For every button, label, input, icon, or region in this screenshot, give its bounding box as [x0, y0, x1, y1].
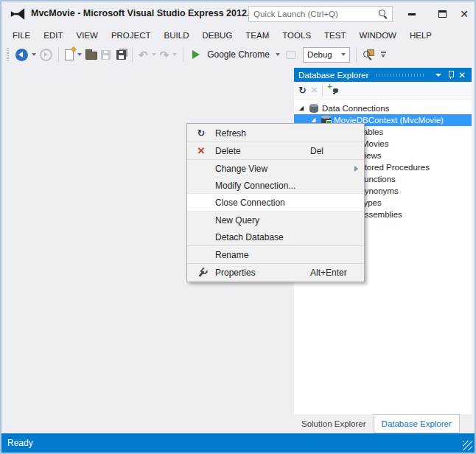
toolbar-overflow-button[interactable] — [381, 52, 386, 57]
tab-solution-explorer[interactable]: Solution Explorer — [294, 414, 374, 433]
expand-arrow-icon[interactable]: ◢ — [299, 105, 309, 111]
run-target-dropdown[interactable] — [276, 53, 280, 56]
tool-window-tab-strip: Solution Explorer Database Explorer — [294, 414, 475, 433]
visual-studio-logo-icon — [10, 6, 26, 22]
quick-launch-input[interactable] — [249, 10, 378, 18]
shortcut-label: Alt+Enter — [310, 268, 347, 278]
menu-test[interactable]: TEST — [318, 28, 352, 43]
menu-help[interactable]: HELP — [403, 28, 438, 43]
save-all-icon[interactable] — [116, 50, 126, 60]
menu-item-refresh[interactable]: ↻ Refresh — [187, 125, 364, 142]
search-icon — [363, 50, 373, 60]
menu-team[interactable]: TEAM — [239, 28, 276, 43]
toolbar-separator — [322, 85, 323, 97]
tree-item-label: Assemblies — [359, 210, 402, 219]
menu-item-rename[interactable]: Rename — [187, 246, 364, 263]
search-icon — [378, 9, 388, 19]
pin-icon — [447, 70, 454, 80]
tree-item-label: Synonyms — [359, 186, 399, 195]
close-icon: ✕ — [458, 71, 466, 80]
delete-icon: ✕ — [187, 146, 215, 156]
menu-item-properties[interactable]: Properties Alt+Enter — [187, 264, 364, 281]
tree-item-label: Movies — [362, 139, 388, 148]
overflow-caret — [381, 55, 385, 57]
start-debug-icon[interactable] — [192, 50, 200, 59]
expand-arrow-icon[interactable]: ◢ — [311, 117, 321, 123]
toolbar-separator — [132, 47, 133, 62]
window-title: MvcMovie - Microsoft Visual Studio Expre… — [31, 8, 254, 18]
toolbar-separator — [183, 47, 183, 62]
tab-database-explorer[interactable]: Database Explorer — [374, 414, 460, 433]
database-stack-icon — [309, 105, 322, 113]
status-text: Ready — [1, 438, 33, 448]
menu-debug[interactable]: DEBUG — [195, 28, 239, 43]
tree-item-label: Data Connections — [322, 104, 389, 113]
panel-drag-texture[interactable] — [376, 74, 425, 77]
menu-item-new-query[interactable]: New Query — [187, 212, 364, 228]
refresh-icon[interactable]: ↻ — [298, 85, 307, 95]
redo-dropdown — [172, 53, 177, 56]
toolbar-drag-handle[interactable] — [7, 48, 9, 61]
toolbar-separator — [356, 47, 357, 62]
status-bar: Ready — [1, 433, 475, 453]
connection-context-menu: ↻ Refresh ✕ Delete Del Change View Modif… — [186, 123, 365, 282]
solution-config-select[interactable]: Debug — [303, 47, 350, 63]
menu-view[interactable]: VIEW — [70, 28, 105, 43]
toolbar-separator — [58, 47, 59, 62]
database-explorer-toolbar: ↻ ✕ — [294, 82, 472, 99]
attach-icon — [286, 51, 296, 59]
new-item-dropdown[interactable] — [77, 53, 82, 56]
resize-grip[interactable] — [463, 441, 472, 450]
refresh-icon: ↻ — [187, 128, 215, 138]
minimize-button[interactable] — [402, 6, 421, 22]
panel-menu-button[interactable] — [433, 69, 444, 81]
save-icon — [101, 50, 111, 60]
solution-config-caret — [341, 53, 346, 56]
delete-icon: ✕ — [311, 86, 318, 94]
panel-close-button[interactable]: ✕ — [456, 69, 468, 81]
redo-icon: ↷ — [160, 49, 169, 60]
menu-file[interactable]: FILE — [6, 28, 37, 43]
tree-item-label: Stored Procedures — [359, 163, 430, 172]
wrench-icon — [187, 268, 215, 278]
menu-item-detach-database[interactable]: Detach Database — [187, 228, 364, 245]
navigate-forward-icon — [40, 49, 52, 61]
run-target-label[interactable]: Google Chrome — [207, 49, 270, 60]
maximize-icon — [438, 10, 447, 18]
solution-config-value: Debug — [307, 50, 341, 59]
shortcut-label: Del — [310, 146, 323, 156]
standard-toolbar: ↶ ↷ Google Chrome Debug — [1, 43, 475, 66]
minimize-icon — [408, 13, 416, 15]
menu-project[interactable]: PROJECT — [105, 28, 158, 43]
quick-launch-box[interactable] — [248, 6, 393, 22]
menu-item-change-view[interactable]: Change View — [187, 160, 364, 177]
menu-build[interactable]: BUILD — [158, 28, 196, 43]
vs-window: MvcMovie - Microsoft Visual Studio Expre… — [0, 0, 476, 454]
tree-item-data-connections[interactable]: ◢ Data Connections — [294, 102, 472, 114]
title-bar: MvcMovie - Microsoft Visual Studio Expre… — [1, 1, 475, 26]
menu-item-modify-connection[interactable]: Modify Connection... — [187, 177, 364, 194]
menu-item-close-connection[interactable]: Close Connection — [187, 194, 364, 211]
navigate-back-dropdown[interactable] — [32, 53, 36, 56]
panel-pin-button[interactable] — [444, 69, 456, 81]
find-in-files-icon[interactable] — [363, 49, 374, 60]
undo-icon: ↶ — [139, 49, 148, 60]
overflow-bar — [381, 52, 386, 53]
navigate-back-icon[interactable] — [15, 49, 28, 61]
chevron-down-icon — [435, 74, 441, 77]
menu-tools[interactable]: TOOLS — [276, 28, 318, 43]
menu-bar: FILE EDIT VIEW PROJECT BUILD DEBUG TEAM … — [1, 27, 475, 43]
open-file-icon[interactable] — [85, 52, 97, 60]
connect-database-icon[interactable] — [327, 85, 340, 96]
submenu-arrow-icon — [354, 166, 358, 172]
close-icon: ✕ — [460, 9, 469, 19]
undo-dropdown — [152, 53, 156, 56]
close-button[interactable]: ✕ — [455, 6, 474, 22]
database-explorer-header[interactable]: Database Explorer ✕ — [294, 68, 472, 82]
menu-edit[interactable]: EDIT — [37, 28, 69, 43]
menu-item-delete[interactable]: ✕ Delete Del — [187, 142, 364, 159]
maximize-button[interactable] — [433, 6, 452, 22]
panel-title: Database Explorer — [298, 71, 368, 80]
new-item-icon[interactable] — [65, 49, 74, 60]
menu-window[interactable]: WINDOW — [352, 28, 402, 43]
